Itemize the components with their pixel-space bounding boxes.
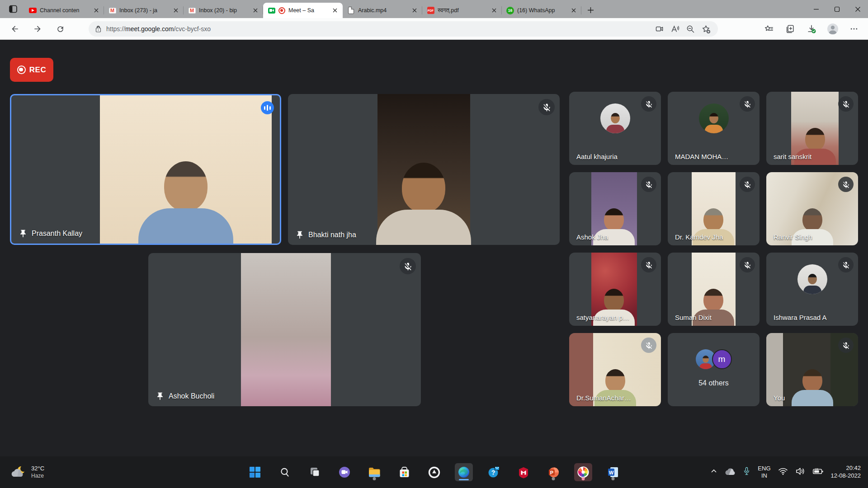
- close-tab-icon[interactable]: [570, 6, 578, 14]
- microsoft-store-button[interactable]: [395, 463, 413, 481]
- participant-name: Prasanth Kallay: [32, 230, 82, 238]
- weather-temperature: 32°C: [31, 465, 44, 473]
- participant-tile-madan-mohan[interactable]: MADAN MOHA…: [668, 92, 760, 165]
- forward-button[interactable]: [30, 21, 45, 37]
- add-favorite-button[interactable]: [698, 22, 713, 36]
- volume-tray-icon[interactable]: [795, 467, 805, 478]
- desktop: Channel conten M Inbox (273) - ja M Inbo…: [0, 0, 868, 488]
- settings-more-button[interactable]: [846, 21, 862, 37]
- search-icon: [279, 467, 291, 478]
- close-tab-icon[interactable]: [410, 6, 419, 14]
- task-view-button[interactable]: [306, 463, 324, 481]
- wifi-tray-icon[interactable]: [778, 467, 788, 477]
- read-aloud-icon: [670, 24, 679, 33]
- help-app-button[interactable]: ?: [485, 463, 503, 481]
- powerpoint-button[interactable]: P: [544, 463, 562, 481]
- video-tile-bhakti-nath-jha[interactable]: Bhakti nath jha: [288, 94, 560, 245]
- participant-tile-suman-dixit[interactable]: Suman Dixit: [668, 253, 760, 326]
- weather-condition: Haze: [31, 473, 44, 480]
- participant-tile-satyanarayan[interactable]: satyanarayan p…: [569, 253, 661, 326]
- participant-tile-ashok-jha[interactable]: Ashok Jha: [569, 172, 661, 245]
- word-icon: W: [607, 466, 619, 478]
- tab-youtube-channel-content[interactable]: Channel conten: [24, 3, 104, 18]
- whatsapp-icon: 16: [506, 7, 514, 14]
- video-tile-ashok-bucholi[interactable]: Ashok Bucholi: [148, 253, 421, 406]
- profile-avatar[interactable]: [825, 21, 840, 37]
- participant-tile-dr-suman-acharya[interactable]: Dr.SumanAchar…: [569, 333, 661, 406]
- lock-icon: [95, 25, 102, 33]
- video-feed: [241, 253, 331, 406]
- mic-off-icon: [641, 177, 656, 192]
- search-button[interactable]: [276, 463, 294, 481]
- battery-plug-icon: [812, 467, 824, 475]
- minimize-button[interactable]: [806, 0, 826, 18]
- file-explorer-button[interactable]: [365, 463, 383, 481]
- address-bar[interactable]: https://meet.google.com/cvc-bycf-sxo: [89, 21, 718, 37]
- downloads-button[interactable]: [804, 21, 819, 37]
- pin-icon: [295, 230, 304, 239]
- close-tab-icon[interactable]: [251, 6, 259, 14]
- participant-tile-you[interactable]: You: [766, 333, 858, 406]
- participant-tile-54-others[interactable]: m 54 others: [668, 333, 760, 406]
- mic-off-icon: [838, 96, 854, 112]
- participant-tile-sarit-sanskrit[interactable]: sarit sanskrit: [766, 92, 858, 165]
- tab-title: Channel conten: [40, 7, 89, 14]
- tab-svagat-pdf[interactable]: PDF स्वगत्.pdf: [422, 3, 502, 18]
- pinwheel-recorder-button[interactable]: [574, 463, 592, 481]
- tray-chevron-button[interactable]: [710, 468, 717, 477]
- weather-icon: [10, 465, 27, 480]
- participant-name-chip: Prasanth Kallay: [19, 229, 82, 238]
- video-chat-app-icon: [338, 466, 351, 479]
- collections-button[interactable]: [783, 21, 798, 37]
- close-tab-icon[interactable]: [172, 6, 180, 14]
- microphone-tray-icon[interactable]: [743, 466, 750, 478]
- tab-gmail-inbox-273[interactable]: M Inbox (273) - ja: [104, 3, 184, 18]
- participant-name: Ranvir Singh: [774, 233, 812, 241]
- word-button[interactable]: W: [604, 463, 622, 481]
- tab-title: Inbox (20) - bip: [199, 7, 248, 14]
- language-indicator[interactable]: ENG IN: [758, 465, 770, 480]
- onedrive-tray-icon[interactable]: [725, 468, 736, 477]
- refresh-button[interactable]: [52, 21, 68, 37]
- tab-google-meet-active[interactable]: Meet – Sa: [263, 3, 343, 18]
- start-button[interactable]: [246, 463, 264, 481]
- tab-whatsapp[interactable]: 16 (16) WhatsApp: [502, 3, 581, 18]
- maximize-button[interactable]: [826, 0, 847, 18]
- mic-off-icon: [538, 99, 555, 115]
- zoom-out-page-button[interactable]: [683, 22, 698, 36]
- tab-actions-menu-button[interactable]: [5, 2, 21, 16]
- youtube-icon: [29, 7, 37, 14]
- tab-arabic-mp4[interactable]: Arabic.mp4: [343, 3, 422, 18]
- favorites-star-list-icon: [764, 24, 774, 34]
- read-aloud-button[interactable]: [667, 22, 683, 36]
- participant-tile-ranvir-singh[interactable]: Ranvir Singh: [766, 172, 858, 245]
- tray-date: 12-08-2022: [831, 472, 861, 480]
- chat-app-button[interactable]: [335, 463, 354, 481]
- mcafee-button[interactable]: [514, 463, 533, 481]
- close-tab-icon[interactable]: [331, 6, 339, 14]
- participant-tile-ishwara-prasad[interactable]: Ishwara Prasad A: [766, 253, 858, 326]
- ring-app-button[interactable]: [425, 463, 443, 481]
- window-controls: [806, 0, 868, 18]
- close-tab-icon[interactable]: [92, 6, 100, 14]
- mic-off-icon: [740, 96, 755, 112]
- plus-icon: [587, 7, 594, 14]
- tab-camera-in-use-button[interactable]: [652, 22, 667, 36]
- close-tab-icon[interactable]: [490, 6, 498, 14]
- close-window-button[interactable]: [847, 0, 868, 18]
- back-button[interactable]: [7, 21, 23, 37]
- new-tab-button[interactable]: [584, 4, 597, 16]
- participant-name: Ashok Bucholi: [169, 392, 214, 400]
- participant-tile-aatul-khajuria[interactable]: Aatul khajuria: [569, 92, 661, 165]
- weather-widget[interactable]: 32°C Haze: [6, 456, 48, 488]
- battery-tray-icon[interactable]: [812, 467, 824, 477]
- mic-off-icon: [838, 177, 854, 192]
- tray-clock[interactable]: 20:42 12-08-2022: [831, 465, 864, 480]
- tab-gmail-inbox-20[interactable]: M Inbox (20) - bip: [184, 3, 263, 18]
- edge-browser-button[interactable]: [455, 463, 473, 481]
- favorites-button[interactable]: [761, 21, 777, 37]
- tab-title: Arabic.mp4: [358, 7, 407, 14]
- video-tile-prasanth-kallay[interactable]: Prasanth Kallay: [10, 94, 281, 245]
- participant-name: Dr.SumanAchar…: [576, 394, 631, 402]
- participant-tile-dr-kamdev-jha[interactable]: Dr. Kamdev Jha: [668, 172, 760, 245]
